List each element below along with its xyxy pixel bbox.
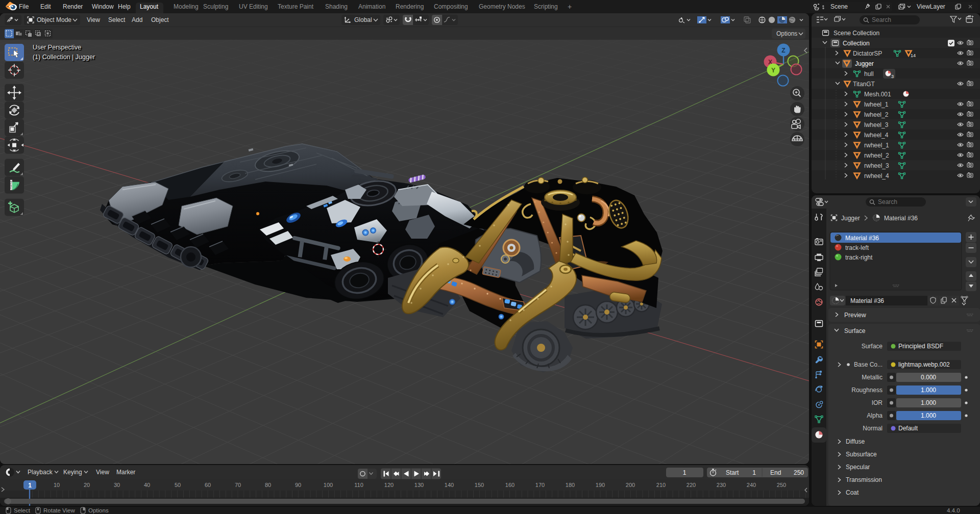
svg-text:Jugger: Jugger [855,60,874,67]
svg-text:120: 120 [384,482,394,488]
svg-text:30: 30 [114,482,120,488]
svg-text:80: 80 [265,482,271,488]
svg-text:250: 250 [794,469,804,476]
svg-text:100: 100 [324,482,333,488]
svg-text:Alpha: Alpha [867,412,883,419]
svg-text:track-right: track-right [845,254,873,261]
svg-text:Keying: Keying [63,469,82,476]
svg-text:240: 240 [747,482,756,488]
svg-text:Principled BSDF: Principled BSDF [898,343,943,350]
svg-text:130: 130 [414,482,424,488]
svg-text:20: 20 [84,482,90,488]
svg-text:rwheel_3: rwheel_3 [864,162,889,169]
svg-text:1.000: 1.000 [921,412,936,419]
svg-text:210: 210 [656,482,666,488]
svg-text:90: 90 [295,482,301,488]
svg-text:220: 220 [687,482,696,488]
svg-text:(1) Collection | Jugger: (1) Collection | Jugger [33,54,95,61]
svg-text:200: 200 [626,482,635,488]
svg-text:Marker: Marker [116,469,135,476]
svg-text:40: 40 [144,482,150,488]
svg-text:Base Co...: Base Co... [854,361,883,368]
svg-text:Mesh.001: Mesh.001 [864,91,891,98]
svg-text:User Perspective: User Perspective [33,44,81,51]
svg-text:track-left: track-left [845,244,869,251]
svg-text:60: 60 [205,482,211,488]
svg-text:70: 70 [235,482,241,488]
svg-text:Subsurface: Subsurface [846,451,877,458]
svg-text:hull: hull [864,70,874,78]
svg-text:Coat: Coat [846,489,859,496]
svg-text:50: 50 [175,482,181,488]
svg-text:Material #36: Material #36 [850,297,884,304]
svg-text:14: 14 [911,53,916,58]
svg-text:Preview: Preview [844,312,866,319]
svg-text:lightmap.webp.002: lightmap.webp.002 [898,361,950,368]
svg-text:160: 160 [505,482,514,488]
svg-text:Y: Y [771,67,775,74]
svg-text:180: 180 [566,482,575,488]
svg-text:3: 3 [891,74,894,79]
svg-text:Surface: Surface [862,343,883,350]
svg-text:Start: Start [726,469,739,476]
svg-text:1.000: 1.000 [921,399,936,406]
svg-text:Specular: Specular [846,464,870,471]
svg-text:Metallic: Metallic [862,374,883,381]
svg-text:230: 230 [717,482,726,488]
svg-text:Search: Search [872,16,891,23]
svg-text:Jugger: Jugger [841,215,860,222]
svg-text:Surface: Surface [844,327,866,335]
svg-text:rwheel_4: rwheel_4 [864,172,889,179]
svg-text:Default: Default [898,425,918,432]
svg-text:TitanGT: TitanGT [853,81,875,88]
svg-text:Options: Options [88,507,109,513]
svg-text:End: End [770,469,781,476]
svg-text:lwheel_1: lwheel_1 [864,101,889,108]
svg-text:Material #36: Material #36 [845,235,879,242]
svg-text:View: View [96,469,109,476]
svg-text:rwheel_1: rwheel_1 [864,142,889,149]
svg-text:DictatorSP: DictatorSP [853,50,882,57]
svg-text:110: 110 [354,482,363,488]
svg-text:IOR: IOR [872,399,883,406]
svg-text:Material #36: Material #36 [884,215,918,222]
svg-text:170: 170 [535,482,545,488]
svg-text:1.000: 1.000 [921,387,936,394]
svg-text:lwheel_3: lwheel_3 [864,121,889,128]
svg-text:Z: Z [781,47,785,54]
svg-text:Diffuse: Diffuse [846,438,865,445]
svg-text:Transmission: Transmission [846,476,882,483]
svg-text:250: 250 [777,482,786,488]
svg-text:rwheel_2: rwheel_2 [864,152,889,159]
svg-text:Playback: Playback [28,469,53,476]
svg-text:Collection: Collection [843,40,870,47]
svg-text:150: 150 [475,482,484,488]
svg-text:Search: Search [878,198,897,205]
svg-text:140: 140 [445,482,454,488]
svg-text:1: 1 [683,469,687,476]
svg-text:lwheel_2: lwheel_2 [864,111,889,118]
svg-text:lwheel_4: lwheel_4 [864,132,889,139]
svg-text:0.000: 0.000 [921,374,936,381]
svg-text:10: 10 [54,482,60,488]
svg-text:Roughness: Roughness [851,387,883,394]
svg-text:4.4.0: 4.4.0 [947,507,960,513]
svg-text:Normal: Normal [863,425,883,432]
svg-text:Select: Select [14,507,31,513]
svg-text:Scene Collection: Scene Collection [834,30,879,37]
svg-text:1: 1 [752,469,756,476]
svg-text:Rotate View: Rotate View [43,507,75,513]
svg-text:1: 1 [28,482,32,489]
svg-text:190: 190 [596,482,605,488]
